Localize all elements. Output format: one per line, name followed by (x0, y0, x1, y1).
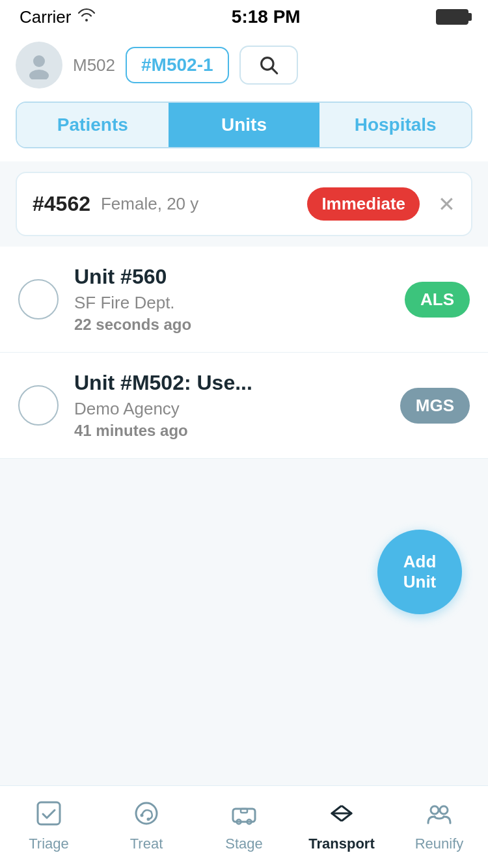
search-button[interactable] (239, 46, 298, 85)
transport-icon (325, 796, 359, 830)
stage-icon (227, 796, 261, 830)
unit-item-m502[interactable]: Unit #M502: Use... Demo Agency 41 minute… (0, 353, 488, 459)
battery-icon (436, 9, 468, 25)
patient-id: #4562 (33, 192, 90, 216)
unit-name-560: Unit #560 (74, 265, 405, 289)
unit-list: Unit #560 SF Fire Dept. 22 seconds ago A… (0, 247, 488, 459)
svg-rect-8 (233, 809, 255, 822)
tabs-inner: Patients Units Hospitals (16, 102, 472, 148)
main-content: #4562 Female, 20 y Immediate ✕ Unit #560… (0, 172, 488, 757)
unit-agency-m502: Demo Agency (74, 399, 400, 419)
patient-info: #4562 Female, 20 y (33, 192, 198, 216)
nav-item-treat[interactable]: Treat (98, 796, 195, 852)
nav-item-stage[interactable]: Stage (195, 796, 293, 852)
nav-item-transport[interactable]: Transport (293, 796, 390, 852)
unit-info-560: Unit #560 SF Fire Dept. 22 seconds ago (74, 265, 405, 334)
tab-hospitals[interactable]: Hospitals (319, 103, 471, 147)
username-label: M502 (73, 55, 115, 75)
wifi-icon (77, 8, 96, 26)
unit-type-mgs: MGS (400, 388, 470, 424)
unit-info-m502: Unit #M502: Use... Demo Agency 41 minute… (74, 371, 400, 440)
status-time: 5:18 PM (232, 7, 301, 27)
svg-point-6 (141, 814, 144, 817)
fab-container: AddUnit (377, 530, 462, 614)
avatar (16, 42, 62, 88)
nav-item-reunify[interactable]: Reunify (390, 796, 488, 852)
nav-label-stage: Stage (225, 835, 263, 852)
svg-line-3 (272, 68, 277, 74)
unit-name-m502: Unit #M502: Use... (74, 371, 400, 395)
svg-point-13 (431, 806, 439, 814)
patient-card[interactable]: #4562 Female, 20 y Immediate ✕ (16, 172, 472, 236)
nav-item-triage[interactable]: Triage (0, 796, 98, 852)
bottom-nav: Triage Treat Stage (0, 785, 488, 868)
nav-label-triage: Triage (29, 835, 69, 852)
close-icon[interactable]: ✕ (438, 192, 455, 217)
nav-label-transport: Transport (308, 835, 374, 852)
unit-time-560: 22 seconds ago (74, 316, 405, 334)
unit-radio-560[interactable] (18, 279, 59, 319)
treat-icon (129, 796, 163, 830)
unit-agency-560: SF Fire Dept. (74, 293, 405, 313)
unit-type-als: ALS (405, 282, 470, 318)
tab-patients[interactable]: Patients (17, 103, 169, 147)
tab-units[interactable]: Units (169, 103, 320, 147)
unit-time-m502: 41 minutes ago (74, 422, 400, 440)
nav-label-treat: Treat (130, 835, 163, 852)
unit-radio-m502[interactable] (18, 385, 59, 426)
incident-badge[interactable]: #M502-1 (126, 47, 229, 83)
nav-label-reunify: Reunify (415, 835, 464, 852)
svg-rect-9 (241, 809, 247, 813)
patient-details: Female, 20 y (101, 194, 198, 214)
triage-icon (32, 796, 66, 830)
reunify-icon (422, 796, 456, 830)
svg-point-14 (440, 806, 448, 814)
immediate-badge: Immediate (307, 187, 420, 221)
svg-point-1 (29, 70, 49, 79)
svg-point-7 (147, 818, 150, 821)
tabs-container: Patients Units Hospitals (0, 102, 488, 161)
unit-item[interactable]: Unit #560 SF Fire Dept. 22 seconds ago A… (0, 247, 488, 353)
carrier-text: Carrier (20, 7, 96, 27)
status-bar: Carrier 5:18 PM (0, 0, 488, 31)
add-unit-button[interactable]: AddUnit (377, 530, 462, 614)
svg-rect-4 (38, 802, 60, 824)
svg-point-5 (136, 803, 157, 824)
header: M502 #M502-1 (0, 31, 488, 102)
svg-point-0 (33, 55, 45, 67)
